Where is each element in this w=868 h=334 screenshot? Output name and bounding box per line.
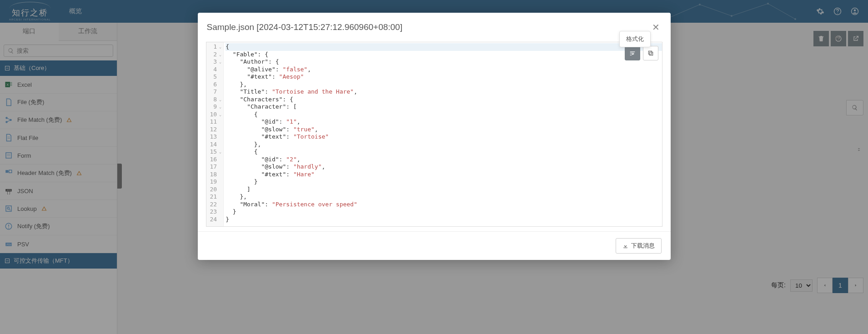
code-line[interactable]: { bbox=[226, 43, 662, 51]
copy-icon bbox=[647, 50, 654, 56]
code-editor: 1⌄2⌄3⌄45678⌄9⌄10⌄1112131415⌄161718192021… bbox=[206, 42, 662, 227]
code-line[interactable]: "@id": "1", bbox=[226, 118, 662, 126]
code-line[interactable]: "Characters": { bbox=[226, 96, 662, 104]
close-icon[interactable]: ✕ bbox=[650, 20, 662, 35]
code-line[interactable]: "Author": { bbox=[226, 58, 662, 66]
code-line[interactable]: } bbox=[226, 178, 662, 186]
code-line[interactable]: "Title": "Tortoise and the Hare", bbox=[226, 88, 662, 96]
modal-title: Sample.json [2024-03-12T15:27:12.960960+… bbox=[207, 22, 650, 32]
download-label: 下载消息 bbox=[631, 242, 655, 250]
svg-rect-46 bbox=[648, 51, 652, 54]
code-line[interactable]: "#text": "Tortoise" bbox=[226, 133, 662, 141]
code-line[interactable]: "@slow": "hardly", bbox=[226, 163, 662, 171]
format-tooltip: 格式化 bbox=[619, 31, 651, 47]
code-line[interactable]: }, bbox=[226, 141, 662, 149]
code-line[interactable]: "Character": [ bbox=[226, 103, 662, 111]
code-line[interactable]: "Moral": "Persistence over speed" bbox=[226, 201, 662, 209]
download-button[interactable]: 下载消息 bbox=[616, 238, 662, 254]
download-icon bbox=[622, 243, 628, 249]
code-line[interactable]: "#text": "Aesop" bbox=[226, 73, 662, 81]
modal-overlay: Sample.json [2024-03-12T15:27:12.960960+… bbox=[0, 0, 868, 334]
code-line[interactable]: "#text": "Hare" bbox=[226, 171, 662, 179]
format-button[interactable] bbox=[625, 46, 640, 60]
code-line[interactable]: } bbox=[226, 216, 662, 224]
code-line[interactable]: } bbox=[226, 208, 662, 216]
code-line[interactable]: "@alive": "false", bbox=[226, 66, 662, 74]
code-line[interactable]: ] bbox=[226, 186, 662, 194]
copy-button[interactable] bbox=[643, 46, 658, 60]
code-line[interactable]: { bbox=[226, 148, 662, 156]
code-line[interactable]: "Fable": { bbox=[226, 51, 662, 59]
svg-rect-45 bbox=[649, 52, 652, 55]
code-line[interactable]: "@slow": "true", bbox=[226, 126, 662, 134]
wrap-icon bbox=[629, 50, 636, 56]
modal: Sample.json [2024-03-12T15:27:12.960960+… bbox=[198, 13, 671, 260]
code-line[interactable]: "@id": "2", bbox=[226, 156, 662, 164]
code-line[interactable]: }, bbox=[226, 81, 662, 89]
code-line[interactable]: { bbox=[226, 111, 662, 119]
code-line[interactable]: }, bbox=[226, 193, 662, 201]
